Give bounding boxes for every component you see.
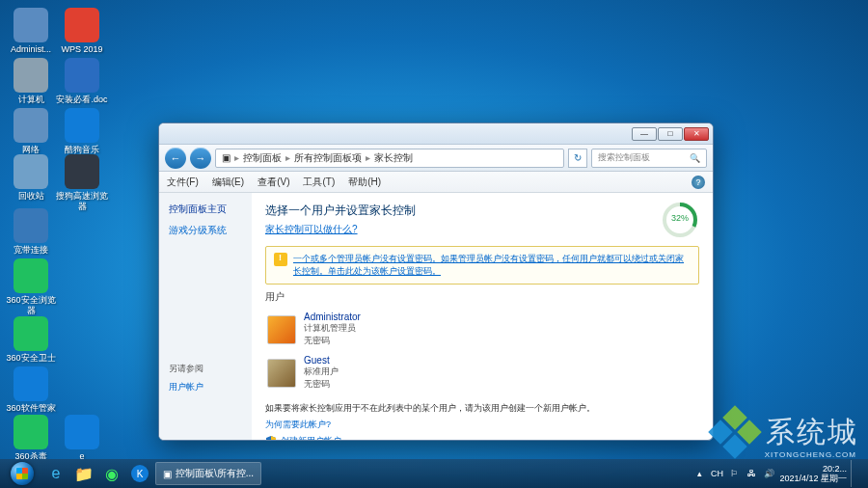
app-icon bbox=[65, 8, 99, 42]
why-account-link[interactable]: 为何需要此帐户? bbox=[265, 419, 699, 431]
icon-label: 计算机 bbox=[5, 95, 57, 105]
taskbar-kugou-icon[interactable]: K bbox=[127, 462, 152, 485]
breadcrumb-icon: ▣ bbox=[222, 152, 231, 163]
icon-label: 回收站 bbox=[5, 191, 57, 202]
icon-label: 搜狗高速浏览器 bbox=[56, 191, 108, 212]
search-input[interactable]: 搜索控制面板 🔍 bbox=[591, 149, 707, 168]
desktop-icon[interactable]: Administ... bbox=[5, 8, 57, 55]
page-title: 选择一个用户并设置家长控制 bbox=[265, 203, 699, 219]
taskbar-360-icon[interactable]: ◉ bbox=[99, 462, 124, 485]
tray-clock[interactable]: 20:2... 2021/4/12 星期一 bbox=[779, 464, 847, 483]
app-icon bbox=[65, 108, 99, 143]
menu-edit[interactable]: 编辑(E) bbox=[212, 176, 244, 189]
task-label: 控制面板\所有控... bbox=[176, 467, 254, 480]
user-name: Guest bbox=[304, 355, 339, 366]
icon-label: 360安全浏览器 bbox=[5, 295, 57, 316]
forward-button[interactable]: → bbox=[190, 148, 211, 169]
desktop-icon[interactable]: 搜狗高速浏览器 bbox=[56, 154, 108, 212]
close-button[interactable]: ✕ bbox=[684, 127, 709, 141]
menu-view[interactable]: 查看(V) bbox=[258, 176, 289, 189]
desktop-icon[interactable]: 酷狗音乐 bbox=[56, 108, 108, 155]
watermark-sub: XITONGCHENG.COM bbox=[765, 450, 856, 459]
what-can-do-link[interactable]: 家长控制可以做什么? bbox=[265, 224, 358, 234]
icon-label: 360安全卫士 bbox=[5, 353, 57, 364]
app-icon bbox=[14, 415, 48, 449]
app-icon bbox=[14, 258, 48, 293]
sidebar-related-title: 另请参阅 bbox=[169, 363, 242, 375]
titlebar[interactable]: — □ ✕ bbox=[159, 123, 713, 145]
watermark-text: 系统城 bbox=[766, 413, 858, 452]
user-row-guest[interactable]: Guest 标准用户 无密码 bbox=[265, 351, 699, 394]
create-account-label: 创建新用户帐户 bbox=[281, 435, 341, 440]
user-row-administrator[interactable]: Administrator 计算机管理员 无密码 bbox=[265, 308, 699, 351]
app-icon bbox=[14, 208, 48, 243]
desktop-icon[interactable]: 回收站 bbox=[5, 154, 57, 202]
app-icon bbox=[65, 415, 99, 449]
sidebar-related-users[interactable]: 用户帐户 bbox=[169, 381, 242, 393]
help-icon[interactable]: ? bbox=[692, 176, 705, 189]
control-panel-window: — □ ✕ ← → ▣ ▸ 控制面板 ▸ 所有控制面板项 ▸ 家长控制 ↻ 搜索… bbox=[158, 122, 714, 441]
back-button[interactable]: ← bbox=[165, 148, 186, 169]
task-icon: ▣ bbox=[163, 469, 172, 479]
taskbar-ie-icon[interactable]: e bbox=[43, 462, 68, 485]
breadcrumb[interactable]: ▣ ▸ 控制面板 ▸ 所有控制面板项 ▸ 家长控制 bbox=[215, 149, 564, 168]
desktop-icon[interactable]: 计算机 bbox=[5, 58, 57, 105]
maximize-button[interactable]: □ bbox=[658, 127, 683, 141]
menubar: 文件(F) 编辑(E) 查看(V) 工具(T) 帮助(H) ? bbox=[159, 172, 713, 193]
tray-network-icon[interactable]: 🖧 bbox=[745, 467, 758, 480]
desktop-icon[interactable]: 网络 bbox=[5, 108, 57, 155]
app-icon bbox=[14, 108, 48, 143]
desktop-icon[interactable]: 360软件管家 bbox=[5, 366, 57, 414]
menu-tools[interactable]: 工具(T) bbox=[303, 176, 335, 189]
nav-toolbar: ← → ▣ ▸ 控制面板 ▸ 所有控制面板项 ▸ 家长控制 ↻ 搜索控制面板 🔍 bbox=[159, 145, 713, 172]
watermark: 系统城 bbox=[712, 409, 858, 455]
tray-time: 20:2... bbox=[779, 464, 847, 474]
taskbar-explorer-icon[interactable]: 📁 bbox=[71, 462, 96, 485]
app-icon bbox=[14, 366, 48, 401]
search-placeholder: 搜索控制面板 bbox=[598, 151, 650, 164]
breadcrumb-leaf[interactable]: 家长控制 bbox=[374, 151, 413, 165]
menu-file[interactable]: 文件(F) bbox=[167, 176, 199, 189]
taskbar-task-controlpanel[interactable]: ▣ 控制面板\所有控... bbox=[155, 462, 261, 485]
start-button[interactable] bbox=[4, 461, 41, 486]
sidebar-home[interactable]: 控制面板主页 bbox=[169, 203, 242, 216]
desktop-icon[interactable]: 安装必看.docx bbox=[56, 58, 108, 116]
desktop-icon[interactable]: 360安全卫士 bbox=[5, 316, 57, 364]
app-icon bbox=[14, 8, 48, 42]
search-icon: 🔍 bbox=[690, 153, 700, 163]
tray-ime[interactable]: CH bbox=[710, 467, 723, 480]
usage-donut: 32% bbox=[661, 201, 699, 239]
breadcrumb-mid[interactable]: 所有控制面板项 bbox=[294, 151, 362, 165]
icon-label: 宽带连接 bbox=[5, 245, 57, 256]
app-icon bbox=[65, 58, 99, 93]
tray-flag-icon[interactable]: ⚐ bbox=[727, 467, 741, 480]
icon-label: WPS 2019 bbox=[56, 44, 108, 55]
main-panel: 32% 选择一个用户并设置家长控制 家长控制可以做什么? 一个或多个管理员帐户没… bbox=[252, 193, 713, 440]
users-label: 用户 bbox=[265, 290, 699, 304]
tray-volume-icon[interactable]: 🔊 bbox=[762, 467, 775, 480]
tray-chevron-icon[interactable]: ▴ bbox=[692, 467, 706, 480]
taskbar: e 📁 ◉ K ▣ 控制面板\所有控... ▴ CH ⚐ 🖧 🔊 20:2...… bbox=[0, 459, 868, 488]
content-area: 控制面板主页 游戏分级系统 另请参阅 用户帐户 32% 选择一个用户并设置家长控… bbox=[159, 193, 713, 440]
show-desktop-button[interactable] bbox=[851, 460, 860, 487]
create-user-desc: 如果要将家长控制应用于不在此列表中的某个用户，请为该用户创建一个新用户帐户。 bbox=[265, 402, 699, 415]
sidebar-item-game-rating[interactable]: 游戏分级系统 bbox=[169, 224, 242, 237]
user-pw: 无密码 bbox=[304, 335, 361, 347]
breadcrumb-root[interactable]: 控制面板 bbox=[243, 151, 282, 165]
user-name: Administrator bbox=[304, 312, 361, 322]
desktop-icon[interactable]: 宽带连接 bbox=[5, 208, 57, 256]
watermark-logo bbox=[712, 409, 758, 455]
desktop-icon[interactable]: e bbox=[56, 415, 108, 462]
desktop-icon[interactable]: 360安全浏览器 bbox=[5, 258, 57, 316]
create-account-link[interactable]: 创建新用户帐户 bbox=[265, 435, 699, 440]
desktop-icon[interactable]: 360杀毒 bbox=[5, 415, 57, 462]
warning-icon bbox=[274, 253, 287, 266]
warning-banner[interactable]: 一个或多个管理员帐户没有设置密码。如果管理员帐户没有设置密码，任何用户就都可以绕… bbox=[265, 246, 699, 285]
desktop-icon[interactable]: WPS 2019 bbox=[56, 8, 108, 55]
app-icon bbox=[65, 154, 99, 189]
minimize-button[interactable]: — bbox=[632, 127, 657, 141]
warning-text[interactable]: 一个或多个管理员帐户没有设置密码。如果管理员帐户没有设置密码，任何用户就都可以绕… bbox=[293, 254, 684, 276]
menu-help[interactable]: 帮助(H) bbox=[348, 176, 381, 189]
icon-label: Administ... bbox=[5, 44, 57, 55]
refresh-button[interactable]: ↻ bbox=[568, 149, 587, 168]
